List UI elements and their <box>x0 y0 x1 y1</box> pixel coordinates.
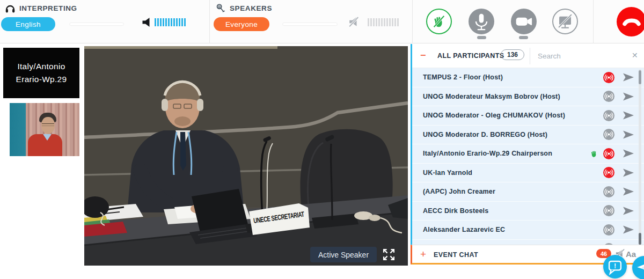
broadcast-idle-icon <box>603 91 614 102</box>
speakers-label: SPEAKERS <box>230 4 272 12</box>
participants-count-badge: 136 <box>501 49 524 60</box>
microphone-icon <box>469 9 494 34</box>
alerts-button[interactable]: ! <box>603 255 627 278</box>
send-message-icon[interactable] <box>623 187 634 196</box>
webcam-wall <box>10 103 26 156</box>
send-message-icon[interactable] <box>623 73 634 82</box>
send-message-icon[interactable] <box>623 149 634 158</box>
conference-app: INTERPRETING English SPEAKERS Everyone <box>0 0 644 279</box>
interpreting-language-button[interactable]: English <box>1 17 55 31</box>
toolbar-divider <box>209 0 210 43</box>
microphone-device-selector[interactable] <box>477 36 486 39</box>
interpreting-volume-slider[interactable] <box>70 23 123 25</box>
participants-panel: − ALL PARTICIPANTS 136 ✕ TEMPUS 2 - Floo… <box>411 44 644 245</box>
raise-hand-button[interactable] <box>426 9 452 34</box>
broadcast-idle-icon <box>603 205 614 216</box>
broadcast-live-icon <box>603 148 614 159</box>
send-message-icon[interactable] <box>623 130 634 139</box>
camera-icon <box>511 9 536 34</box>
toolbar-divider <box>412 0 413 43</box>
speaker-muted-icon <box>348 17 360 27</box>
scrollbar-thumb[interactable] <box>639 70 641 84</box>
participant-name: UNOG Moderateur Maksym Bobrov (Host) <box>423 93 603 100</box>
headphones-icon <box>4 3 16 14</box>
participant-name: AECC Dirk Bosteels <box>423 207 603 215</box>
participant-name: TEMPUS 2 - Floor (Host) <box>423 74 603 81</box>
participant-name: Italy/Antonio Erario-Wp.29 Chairperson <box>423 150 589 157</box>
self-video-thumbnail[interactable] <box>10 103 79 156</box>
clear-search-icon[interactable]: ✕ <box>632 51 638 60</box>
participant-name: Aleksander Lazarevic EC <box>423 226 603 233</box>
send-message-icon[interactable] <box>623 92 634 101</box>
interpreting-level-meter <box>155 18 187 26</box>
screen-share-off-icon <box>553 10 577 33</box>
send-message-icon[interactable] <box>623 111 634 120</box>
camera-button[interactable] <box>511 9 537 34</box>
broadcast-live-icon <box>603 72 614 83</box>
interpreting-label: INTERPRETING <box>19 4 77 12</box>
send-message-icon[interactable] <box>623 207 634 215</box>
scrollbar-thumb[interactable] <box>639 233 641 245</box>
participant-name: (AAPC) John Creamer <box>423 188 603 195</box>
participants-search-input[interactable] <box>538 49 618 63</box>
participant-row[interactable]: UNOG Moderator D. BORREGO (Host) <box>412 126 644 145</box>
participant-row[interactable]: TEMPUS 2 - Floor (Host) <box>412 68 644 87</box>
speaker-icon <box>142 18 151 27</box>
participant-row[interactable]: Italy/Antonio Erario-Wp.29 Chairperson <box>412 144 644 164</box>
participant-row-partial[interactable] <box>412 240 644 245</box>
event-chat-title: EVENT CHAT <box>434 251 478 259</box>
header-divider <box>530 48 530 64</box>
fullscreen-button[interactable] <box>380 246 397 263</box>
send-message-icon[interactable] <box>623 225 634 234</box>
interpreter-name-tile[interactable]: Italy/Antonio Erario-Wp.29 <box>3 48 79 98</box>
participant-row[interactable]: UK-Ian Yarnold <box>412 164 644 183</box>
camera-device-selector[interactable] <box>519 36 528 39</box>
video-scene: UNECE SECRETARIAT <box>84 46 408 266</box>
hangup-phone-icon <box>619 9 644 35</box>
broadcast-live-icon <box>603 167 614 178</box>
participant-name: UNOG Moderator - Oleg CHUMAKOV (Host) <box>423 112 603 119</box>
participant-row[interactable]: Aleksander Lazarevic EC <box>412 221 644 240</box>
webcam-person-glasses <box>42 123 54 126</box>
broadcast-idle-icon <box>603 224 614 236</box>
participant-name: UNOG Moderator D. BORREGO (Host) <box>423 131 603 138</box>
direct-message-button[interactable] <box>632 256 644 279</box>
participant-row[interactable]: UNOG Moderateur Maksym Bobrov (Host) <box>412 87 644 107</box>
active-speaker-badge: Active Speaker <box>310 247 377 262</box>
speakers-volume-slider[interactable] <box>283 23 337 25</box>
speakers-level-meter <box>368 18 399 26</box>
broadcast-idle-icon <box>603 110 614 121</box>
collapse-participants-icon[interactable]: − <box>420 52 429 60</box>
participants-scrollbar[interactable] <box>639 69 641 245</box>
expand-chat-icon[interactable]: + <box>420 248 426 260</box>
participant-name: UK-Ian Yarnold <box>423 169 603 177</box>
toolbar: INTERPRETING English SPEAKERS Everyone <box>0 0 644 43</box>
toolbar-divider <box>593 0 594 43</box>
raised-hand-icon <box>589 149 599 159</box>
microphone-button[interactable] <box>469 9 494 34</box>
participant-row[interactable]: (AAPC) John Creamer <box>412 182 644 202</box>
broadcast-idle-icon <box>603 186 614 197</box>
stage-mic-icon <box>216 3 226 13</box>
svg-text:!: ! <box>614 262 616 270</box>
active-speaker-video[interactable]: UNECE SECRETARIAT Active Speaker <box>84 46 408 266</box>
fullscreen-icon <box>382 247 396 262</box>
hand-disabled-icon <box>431 13 447 30</box>
hang-up-button[interactable] <box>617 7 644 36</box>
participants-header: − ALL PARTICIPANTS 136 ✕ <box>412 44 644 68</box>
participant-row[interactable]: AECC Dirk Bosteels <box>412 202 644 221</box>
webcam-person-sweater <box>28 134 62 156</box>
screen-share-button[interactable] <box>552 9 578 34</box>
participants-list: TEMPUS 2 - Floor (Host) UNOG Moderateur … <box>412 68 644 245</box>
participants-title: ALL PARTICIPANTS <box>437 52 504 60</box>
speakers-selection-button[interactable]: Everyone <box>214 17 269 31</box>
broadcast-idle-icon <box>603 129 614 140</box>
participant-row[interactable]: UNOG Moderator - Oleg CHUMAKOV (Host) <box>412 106 644 126</box>
send-plane-icon <box>633 257 644 278</box>
alert-bubble-icon: ! <box>604 256 626 277</box>
send-message-icon[interactable] <box>623 168 634 177</box>
